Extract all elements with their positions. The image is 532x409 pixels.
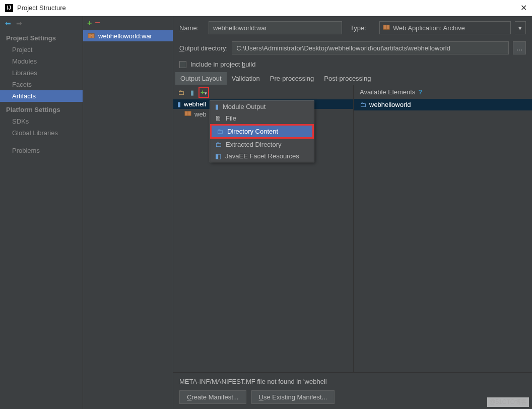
manifest-info-text: META-INF/MANIFEST.MF file not found in '… — [179, 378, 526, 385]
tab-validation[interactable]: Validation — [227, 72, 265, 85]
tab-preprocessing[interactable]: Pre-processing — [265, 72, 319, 85]
sidebar-item-modules[interactable]: Modules — [0, 55, 83, 67]
javaee-icon: ◧ — [215, 152, 221, 160]
app-logo-icon: IJ — [5, 4, 13, 12]
module-output-icon: ▮ — [215, 103, 219, 110]
create-manifest-button[interactable]: Create Manifest... — [179, 390, 246, 404]
remove-artifact-icon[interactable]: − — [95, 18, 100, 28]
menu-javaee-facet-label: JavaEE Facet Resources — [225, 152, 299, 160]
svg-point-2 — [91, 35, 92, 36]
manifest-buttons: Create Manifest... Use Existing Manifest… — [179, 390, 526, 404]
available-item[interactable]: 🗀 webhelloworld — [354, 99, 532, 110]
name-row: Name: Type: Web Application: Archive ▾ — [173, 16, 532, 36]
back-icon[interactable]: ⬅ — [5, 19, 11, 27]
menu-javaee-facet[interactable]: ◧ JavaEE Facet Resources — [210, 150, 314, 162]
platform-settings-header: Platform Settings — [0, 102, 83, 115]
add-copy-popup: ▮ Module Output 🗎 File 🗀 Directory Conte… — [210, 100, 314, 162]
watermark: @51CTO博客 — [487, 397, 529, 407]
add-copy-highlight: +▾ — [198, 87, 209, 98]
archive-type-icon — [383, 24, 390, 32]
menu-directory-content-label: Directory Content — [227, 128, 278, 135]
project-settings-header: Project Settings — [0, 30, 83, 44]
artifact-tabs: Output Layout Validation Pre-processing … — [173, 72, 532, 85]
artifacts-toolbar: + − — [83, 16, 173, 30]
menu-directory-content[interactable]: 🗀 Directory Content — [210, 124, 314, 139]
output-dir-label: Output directory: — [179, 44, 228, 52]
module-icon: ▮ — [177, 100, 181, 108]
tab-postprocessing[interactable]: Post-processing — [319, 72, 376, 85]
sidebar-item-facets[interactable]: Facets — [0, 79, 83, 90]
tree-child-label: web — [194, 110, 207, 118]
add-artifact-icon[interactable]: + — [87, 19, 92, 28]
type-dropdown-button[interactable]: ▾ — [515, 21, 526, 34]
add-copy-popup-wrap: ▮ Module Output 🗎 File 🗀 Directory Conte… — [210, 100, 317, 162]
add-copy-icon[interactable]: +▾ — [201, 88, 207, 96]
close-icon[interactable]: ✕ — [520, 3, 527, 13]
sidebar-item-global-libraries[interactable]: Global Libraries — [0, 127, 83, 139]
menu-extracted-directory[interactable]: 🗀 Extracted Directory — [210, 139, 314, 150]
settings-sidebar: ⬅ ➡ Project Settings Project Modules Lib… — [0, 16, 83, 409]
forward-icon[interactable]: ➡ — [16, 19, 22, 27]
sidebar-item-artifacts[interactable]: Artifacts — [0, 90, 83, 102]
available-elements-label: Available Elements — [360, 88, 415, 96]
sidebar-item-sdks[interactable]: SDKs — [0, 115, 83, 127]
main-area: ⬅ ➡ Project Settings Project Modules Lib… — [0, 16, 532, 409]
menu-extracted-directory-label: Extracted Directory — [226, 141, 282, 148]
name-input[interactable] — [209, 21, 342, 34]
new-folder-icon[interactable]: 🗀 — [176, 88, 185, 97]
help-icon[interactable]: ? — [418, 88, 422, 96]
file-icon: 🗎 — [215, 114, 222, 122]
sidebar-toolbar: ⬅ ➡ — [0, 16, 83, 30]
browse-output-dir-button[interactable]: … — [513, 41, 526, 54]
folder-icon: 🗀 — [217, 128, 223, 135]
extracted-folder-icon: 🗀 — [215, 141, 222, 148]
artifact-list-item-label: webhelloworld:war — [98, 32, 152, 40]
output-dir-input[interactable] — [232, 41, 509, 54]
new-archive-icon[interactable]: ▮ — [187, 88, 196, 97]
tab-output-layout[interactable]: Output Layout — [175, 72, 227, 85]
sidebar-item-project[interactable]: Project — [0, 44, 83, 55]
artifacts-list-panel: + − webhelloworld:war — [83, 16, 173, 409]
archive-icon — [87, 32, 95, 40]
type-select-value: Web Application: Archive — [393, 24, 465, 32]
include-build-row: Include in project build — [173, 56, 532, 72]
window-titlebar: IJ Project Structure ✕ — [0, 0, 532, 16]
available-elements-panel: Available Elements ? 🗀 webhelloworld — [354, 85, 532, 372]
available-elements-header: Available Elements ? — [354, 85, 532, 99]
type-select[interactable]: Web Application: Archive — [379, 21, 511, 34]
sidebar-item-problems[interactable]: Problems — [0, 145, 83, 156]
sidebar-item-libraries[interactable]: Libraries — [0, 67, 83, 79]
module-folder-icon: 🗀 — [360, 101, 366, 108]
output-dir-row: Output directory: … — [173, 36, 532, 56]
artifact-list-item[interactable]: webhelloworld:war — [83, 30, 173, 41]
tree-root-label: webhell — [184, 100, 206, 108]
use-existing-manifest-button[interactable]: Use Existing Manifest... — [251, 390, 335, 404]
layout-toolbar: 🗀 ▮ +▾ — [173, 85, 353, 99]
name-label: Name: — [179, 24, 205, 32]
include-build-checkbox[interactable] — [179, 61, 186, 68]
window-title: Project Structure — [17, 4, 520, 12]
manifest-info-panel: META-INF/MANIFEST.MF file not found in '… — [173, 372, 532, 409]
archive-child-icon — [184, 110, 191, 119]
type-label: Type: — [350, 24, 375, 32]
artifact-editor: Name: Type: Web Application: Archive ▾ O… — [173, 16, 532, 409]
include-build-label: Include in project build — [190, 61, 255, 68]
menu-file-label: File — [226, 114, 236, 122]
menu-module-output[interactable]: ▮ Module Output — [210, 101, 314, 112]
menu-module-output-label: Module Output — [223, 103, 265, 110]
available-item-label: webhelloworld — [369, 101, 411, 108]
menu-file[interactable]: 🗎 File — [210, 112, 314, 124]
